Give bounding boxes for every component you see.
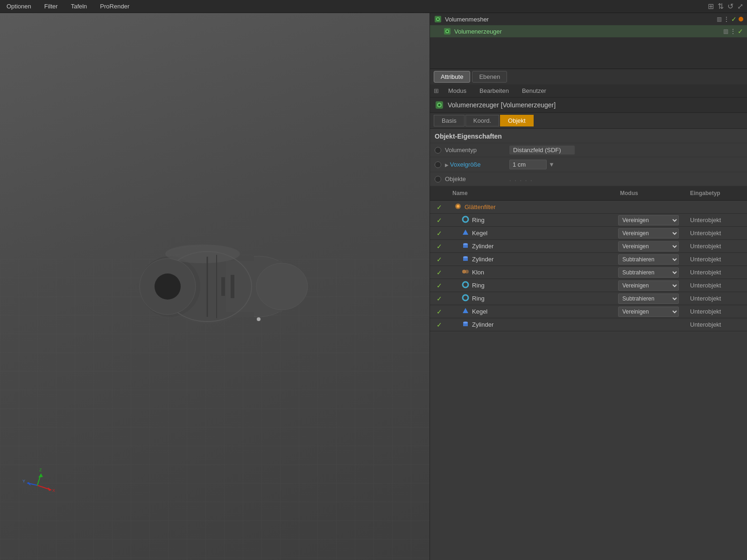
prop-voxelgroesse-row: Voxelgröße ▼ [430,157,747,172]
radio-objekte[interactable] [435,176,441,182]
check-zylinder1[interactable]: ✓ [430,241,449,252]
modus-select-kegel1[interactable]: Vereinigen Subtrahieren Schneiden [618,228,679,238]
label-ring2: Ring [472,282,485,289]
eingabetyp-zylinder2: Unterobjekt [686,254,747,265]
proptab-objekt[interactable]: Objekt [500,115,534,126]
table-row-zylinder3[interactable]: ✓ Zylinder Unterobjekt [430,318,747,331]
proptab-basis[interactable]: Basis [434,115,465,126]
svg-point-31 [446,30,448,32]
label-ring1: Ring [472,217,485,224]
modus-select-zylinder1[interactable]: Vereinigen Subtrahieren Schneiden [618,241,679,252]
3d-object [63,179,324,394]
modus-select-kegel2[interactable]: Vereinigen Subtrahieren Schneiden [618,307,679,317]
check-zylinder3[interactable]: ✓ [430,319,449,330]
name-zylinder1: Zylinder [449,240,616,252]
modus-select-klon1[interactable]: Vereinigen Subtrahieren Schneiden [618,267,679,278]
expand-icon[interactable]: ⤢ [737,2,743,11]
subtab-benutzer[interactable]: Benutzer [516,86,552,96]
sub-tab-row: ⊞ Modus Bearbeiten Benutzer [430,84,747,97]
check2[interactable]: ⋮ [730,28,736,35]
label-kegel2: Kegel [472,308,487,315]
icon-ring1 [462,216,469,224]
modus-select-ring2[interactable]: Vereinigen Subtrahieren Schneiden [618,280,679,291]
vis-icon[interactable]: ▥ [717,16,722,22]
right-panel: Volumenmesher ▥ ⋮ ✓ Volumenerzeuger ▥ [430,13,747,560]
label-ring3: Ring [472,295,485,302]
modus-empty-zylinder3 [616,323,686,327]
menu-prorender[interactable]: ProRender [97,2,132,11]
modus-select-ring3[interactable]: Vereinigen Subtrahieren Schneiden [618,294,679,304]
check-kegel2[interactable]: ✓ [430,306,449,317]
object-tree: Volumenmesher ▥ ⋮ ✓ Volumenerzeuger ▥ [430,13,747,69]
name-zylinder2: Zylinder [449,253,616,266]
menu-optionen[interactable]: Optionen [4,2,34,11]
label-zylinder1: Zylinder [472,243,493,250]
3d-viewport[interactable]: X Y Z [0,13,430,560]
modus-kegel1[interactable]: Vereinigen Subtrahieren Schneiden [616,227,686,239]
vis-icon2[interactable]: ▥ [723,28,728,35]
modus-select-ring1[interactable]: Vereinigen Subtrahieren Schneiden [618,215,679,225]
subtab-modus[interactable]: Modus [443,86,472,96]
table-row-klon1[interactable]: ✓ Klon Vereinigen Subtrahieren Schneiden… [430,266,747,279]
tree-item-volumenerzeuger[interactable]: Volumenerzeuger ▥ ⋮ ✓ [430,25,747,37]
check-ring3[interactable]: ✓ [430,293,449,304]
value-volumentyp[interactable]: Distanzfeld (SDF) [509,146,575,154]
layout-icon[interactable]: ⊞ [708,2,714,11]
eingabetyp-ring1: Unterobjekt [686,215,747,225]
volumenmesher-label: Volumenmesher [445,16,489,23]
table-row-ring2[interactable]: ✓ Ring Vereinigen Subtrahieren Schneiden… [430,279,747,292]
menu-bar: Optionen Filter Tafeln ProRender ⊞ ⇅ ↺ ⤢ [0,0,747,13]
svg-point-36 [457,205,459,208]
tree-item-volumenmesher[interactable]: Volumenmesher ▥ ⋮ ✓ [430,13,747,25]
check-volumenmesher[interactable]: ✓ [731,15,737,23]
check-ring2[interactable]: ✓ [430,280,449,291]
tabs-area: Attribute Ebenen ⊞ Modus Bearbeiten Benu… [430,69,747,98]
table-row-zylinder1[interactable]: ✓ Zylinder Vereinigen Subtrahieren Schne… [430,240,747,253]
proptab-koord[interactable]: Koord. [465,115,499,126]
th-eingabetyp: Eingabetyp [686,188,747,198]
modus-select-zylinder2[interactable]: Vereinigen Subtrahieren Schneiden [618,254,679,265]
voxelgroesse-arrow[interactable]: ▼ [549,161,555,168]
section-title: Objekt-Eigenschaften [430,129,747,143]
refresh-icon[interactable]: ↺ [727,2,733,11]
voxelgroesse-input[interactable] [509,160,547,169]
radio-volumentyp[interactable] [435,147,441,154]
label-zylinder2: Zylinder [472,256,493,263]
label-voxelgroesse[interactable]: Voxelgröße [445,161,506,168]
tab-attribute[interactable]: Attribute [434,71,470,83]
icon-kegel2 [462,307,469,316]
table-row-ring1[interactable]: ✓ Ring Vereinigen Subtrahieren Schneiden… [430,214,747,227]
modus-zylinder1[interactable]: Vereinigen Subtrahieren Schneiden [616,240,686,252]
table-row-glaettenfilter[interactable]: ✓ Glättenfilter [430,201,747,214]
arrows-icon[interactable]: ⇅ [718,2,724,11]
menu-filter[interactable]: Filter [42,2,61,11]
name-ring2: Ring [449,279,616,292]
modus-ring1[interactable]: Vereinigen Subtrahieren Schneiden [616,214,686,226]
svg-point-34 [438,104,441,106]
check-volumenerzeuger[interactable]: ✓ [738,28,743,35]
tab-ebenen[interactable]: Ebenen [472,71,507,83]
subtab-bearbeiten[interactable]: Bearbeiten [474,86,514,96]
check-glaettenfilter[interactable]: ✓ [430,202,449,213]
svg-point-46 [463,295,468,301]
check-zylinder2[interactable]: ✓ [430,254,449,265]
check-ring1[interactable]: ✓ [430,215,449,226]
modus-klon1[interactable]: Vereinigen Subtrahieren Schneiden [616,266,686,279]
menu-tafeln[interactable]: Tafeln [68,2,90,11]
modus-ring2[interactable]: Vereinigen Subtrahieren Schneiden [616,280,686,292]
modus-zylinder2[interactable]: Vereinigen Subtrahieren Schneiden [616,253,686,266]
radio-voxelgroesse[interactable] [435,161,441,168]
main-tab-row: Attribute Ebenen [430,69,747,84]
modus-ring3[interactable]: Vereinigen Subtrahieren Schneiden [616,293,686,305]
table-row-zylinder2[interactable]: ✓ Zylinder Vereinigen Subtrahieren Schne… [430,253,747,266]
modus-kegel2[interactable]: Vereinigen Subtrahieren Schneiden [616,306,686,318]
check-klon1[interactable]: ✓ [430,267,449,278]
volumenmesher-controls: ▥ ⋮ ✓ [717,15,743,23]
check-kegel1[interactable]: ✓ [430,228,449,239]
table-row-kegel2[interactable]: ✓ Kegel Vereinigen Subtrahieren Schneide… [430,305,747,318]
prop-volumentyp-row: Volumentyp Distanzfeld (SDF) [430,143,747,157]
table-row-kegel1[interactable]: ✓ Kegel Vereinigen Subtrahieren Schneide… [430,227,747,240]
eingabetyp-kegel1: Unterobjekt [686,228,747,238]
table-row-ring3[interactable]: ✓ Ring Vereinigen Subtrahieren Schneiden… [430,292,747,305]
check1[interactable]: ⋮ [724,16,729,22]
